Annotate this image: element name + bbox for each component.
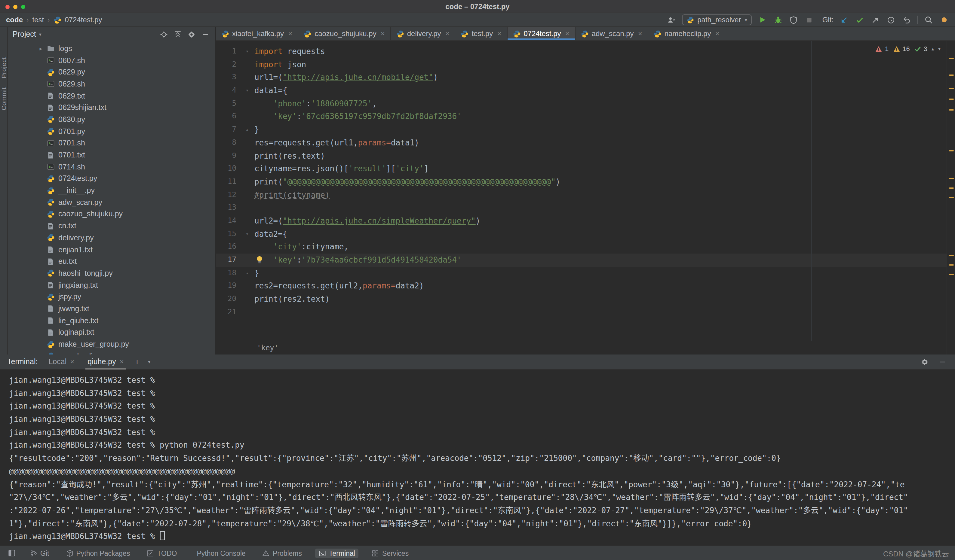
warning-stripe-mark[interactable] [949, 109, 954, 111]
tree-item-__init__.py[interactable]: __init__.py [8, 185, 215, 197]
close-icon[interactable]: × [70, 357, 74, 366]
intention-bulb-icon[interactable] [255, 255, 263, 264]
tree-item-0701.txt[interactable]: 0701.txt [8, 149, 215, 161]
next-problem-icon[interactable]: ▾ [938, 46, 941, 51]
statusbar-item-todo[interactable]: TODO [143, 548, 180, 558]
fold-end-icon[interactable]: ▴ [240, 267, 254, 279]
code-line-5[interactable]: 5 'phone':'18860907725', [216, 97, 947, 110]
git-history-button[interactable] [886, 15, 896, 25]
tree-item-cn.txt[interactable]: cn.txt [8, 220, 215, 232]
warning-stripe-mark[interactable] [949, 274, 954, 275]
tree-item-jspy.py[interactable]: jspy.py [8, 291, 215, 303]
close-icon[interactable]: × [715, 30, 719, 38]
git-rollback-button[interactable] [902, 15, 912, 25]
statusbar-item-problems[interactable]: Problems [259, 548, 305, 558]
warning-stripe-mark[interactable] [949, 98, 954, 100]
tree-item-jingxiang.txt[interactable]: jingxiang.txt [8, 279, 215, 291]
warning-stripe-mark[interactable] [949, 150, 954, 151]
notification-dot-icon[interactable] [939, 15, 949, 25]
tool-button-commit[interactable]: Commit [0, 87, 8, 110]
code-line-2[interactable]: 2import json [216, 58, 947, 71]
minimize-window-button[interactable] [13, 5, 17, 9]
statusbar-item-services[interactable]: Services [368, 548, 412, 558]
code-line-1[interactable]: 1▾import requests [216, 45, 947, 58]
tree-item-haoshi_tongji.py[interactable]: haoshi_tongji.py [8, 267, 215, 279]
statusbar-item-python-packages[interactable]: Python Packages [62, 548, 133, 558]
code-view[interactable]: 1▾import requests2import json3url1=("htt… [216, 41, 947, 354]
editor-tab-test.py[interactable]: test.py× [456, 27, 507, 40]
warning-stripe-mark[interactable] [949, 197, 954, 198]
code-line-21[interactable]: 21 [216, 306, 947, 319]
close-icon[interactable]: × [288, 30, 292, 38]
code-line-7[interactable]: 7▴} [216, 123, 947, 136]
project-panel-title[interactable]: Project [13, 30, 36, 39]
warning-stripe-mark[interactable] [949, 255, 954, 256]
tree-item-lie_qiuhe.txt[interactable]: lie_qiuhe.txt [8, 315, 215, 326]
hide-panel-icon[interactable] [200, 30, 210, 39]
maximize-window-button[interactable] [21, 5, 25, 9]
fold-end-icon[interactable]: ▴ [240, 123, 254, 136]
git-commit-button[interactable] [855, 15, 865, 25]
warning-stripe-mark[interactable] [949, 178, 954, 179]
fold-expanded-icon[interactable]: ▾ [240, 84, 254, 97]
tree-item-jwwng.txt[interactable]: jwwng.txt [8, 303, 215, 315]
code-line-9[interactable]: 9print(res.text) [216, 149, 947, 162]
code-line-4[interactable]: 4▾data1={ [216, 84, 947, 97]
tree-item-0629.py[interactable]: 0629.py [8, 66, 215, 78]
tree-item-0714.sh[interactable]: 0714.sh [8, 161, 215, 173]
tree-item-adw_scan.py[interactable]: adw_scan.py [8, 197, 215, 208]
code-line-17[interactable]: 17 'key':'7b73e4aa6cbcf991d5d491458420da… [216, 254, 947, 267]
new-terminal-button[interactable]: + [135, 357, 139, 367]
warning-stripe-mark[interactable] [949, 58, 954, 59]
warning-stripe-mark[interactable] [949, 88, 954, 89]
locate-file-icon[interactable] [158, 30, 169, 39]
breadcrumb-file[interactable]: 0724test.py [65, 16, 102, 24]
editor-tab-caozuo_shujuku.py[interactable]: caozuo_shujuku.py× [298, 27, 391, 40]
run-button[interactable] [758, 15, 768, 25]
code-line-13[interactable]: 13 [216, 201, 947, 215]
statusbar-item-git[interactable]: Git [27, 548, 53, 558]
code-line-14[interactable]: 14url2=("http://apis.juhe.cn/simpleWeath… [216, 215, 947, 228]
gear-icon[interactable] [186, 30, 197, 39]
error-stripe-scrollbar[interactable] [947, 41, 955, 354]
tree-item-0629shijian.txt[interactable]: 0629shijian.txt [8, 102, 215, 114]
code-line-6[interactable]: 6 'key':'67cd6365197c9579db7fd2bf8daf293… [216, 110, 947, 123]
tree-item-caozuo_shujuku.py[interactable]: caozuo_shujuku.py [8, 208, 215, 220]
editor-tab-delivery.py[interactable]: delivery.py× [391, 27, 456, 40]
warning-stripe-mark[interactable] [949, 264, 954, 265]
close-icon[interactable]: × [120, 357, 124, 366]
statusbar-item-terminal[interactable]: Terminal [315, 548, 359, 558]
tree-item-0701.py[interactable]: 0701.py [8, 126, 215, 137]
close-window-button[interactable] [5, 5, 9, 9]
tree-item-eu.txt[interactable]: eu.txt [8, 256, 215, 267]
tree-item-delivery.py[interactable]: delivery.py [8, 232, 215, 243]
search-icon[interactable] [923, 15, 933, 25]
code-line-18[interactable]: 18▴} [216, 267, 947, 279]
run-config-dropdown[interactable]: path_resolver ▾ [682, 14, 752, 25]
prev-problem-icon[interactable]: ▴ [932, 46, 934, 51]
debug-button[interactable] [773, 15, 783, 25]
editor-tab-adw_scan.py[interactable]: adw_scan.py× [576, 27, 648, 40]
git-push-button[interactable] [870, 15, 880, 25]
tree-item-0629.txt[interactable]: 0629.txt [8, 90, 215, 102]
code-line-19[interactable]: 19res2=requests.get(url2,params=data2) [216, 280, 947, 293]
hide-panel-icon[interactable] [937, 357, 948, 367]
editor-tab-0724test.py[interactable]: 0724test.py× [507, 27, 575, 40]
terminal-tab-qiuhe[interactable]: qiuhe.py× [85, 354, 126, 369]
code-line-16[interactable]: 16 'city':cityname, [216, 241, 947, 254]
stop-button[interactable] [804, 15, 814, 25]
code-line-10[interactable]: 10cityname=res.json()['result']['city'] [216, 162, 947, 175]
user-icon[interactable] [666, 15, 676, 25]
tree-item-nameheclip.py[interactable]: nameheclip.py [8, 350, 215, 354]
git-update-button[interactable] [839, 15, 849, 25]
tree-item-make_user_group.py[interactable]: make_user_group.py [8, 338, 215, 350]
terminal-output[interactable]: jian.wang13@MBD6L3745W32 test %jian.wang… [0, 370, 955, 546]
tool-button-project[interactable]: Project [0, 57, 8, 78]
warning-stripe-mark[interactable] [949, 187, 954, 189]
tool-windows-toggle-icon[interactable] [6, 548, 17, 558]
tree-item-0630.py[interactable]: 0630.py [8, 114, 215, 125]
editor-tab-xiaofei_kafka.py[interactable]: xiaofei_kafka.py× [216, 27, 298, 40]
collapse-all-icon[interactable] [172, 30, 183, 39]
close-icon[interactable]: × [565, 30, 570, 38]
tree-item-0629.sh[interactable]: 0629.sh [8, 78, 215, 90]
